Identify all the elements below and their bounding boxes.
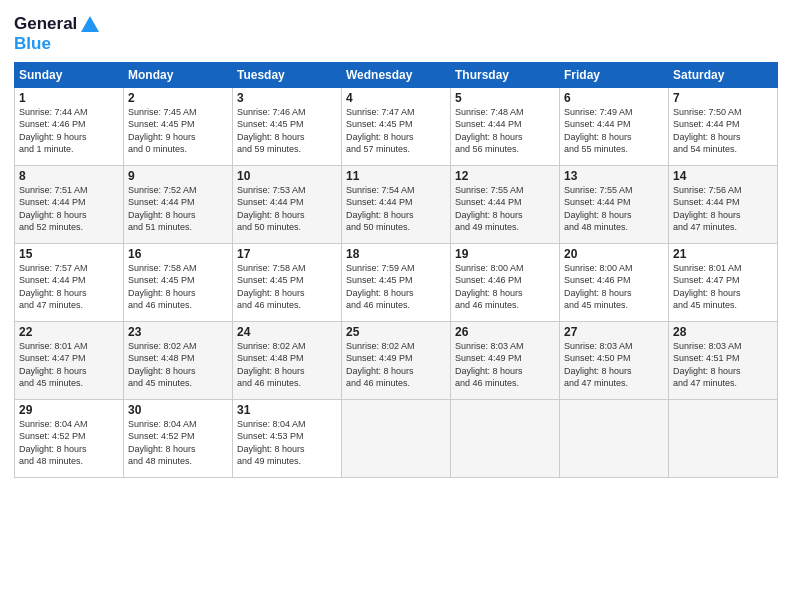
day-info: Sunrise: 7:51 AM Sunset: 4:44 PM Dayligh… xyxy=(19,184,119,234)
day-info: Sunrise: 7:50 AM Sunset: 4:44 PM Dayligh… xyxy=(673,106,773,156)
day-number: 3 xyxy=(237,91,337,105)
weekday-header-sunday: Sunday xyxy=(15,62,124,87)
calendar-cell xyxy=(342,399,451,477)
day-info: Sunrise: 7:56 AM Sunset: 4:44 PM Dayligh… xyxy=(673,184,773,234)
calendar-cell: 28Sunrise: 8:03 AM Sunset: 4:51 PM Dayli… xyxy=(669,321,778,399)
day-number: 7 xyxy=(673,91,773,105)
calendar-cell: 12Sunrise: 7:55 AM Sunset: 4:44 PM Dayli… xyxy=(451,165,560,243)
day-number: 16 xyxy=(128,247,228,261)
day-number: 29 xyxy=(19,403,119,417)
calendar-cell: 15Sunrise: 7:57 AM Sunset: 4:44 PM Dayli… xyxy=(15,243,124,321)
day-info: Sunrise: 8:03 AM Sunset: 4:51 PM Dayligh… xyxy=(673,340,773,390)
day-number: 15 xyxy=(19,247,119,261)
day-info: Sunrise: 7:55 AM Sunset: 4:44 PM Dayligh… xyxy=(455,184,555,234)
day-number: 31 xyxy=(237,403,337,417)
day-number: 24 xyxy=(237,325,337,339)
day-info: Sunrise: 7:57 AM Sunset: 4:44 PM Dayligh… xyxy=(19,262,119,312)
day-info: Sunrise: 7:44 AM Sunset: 4:46 PM Dayligh… xyxy=(19,106,119,156)
logo-subtext: Blue xyxy=(14,34,101,54)
day-number: 6 xyxy=(564,91,664,105)
day-info: Sunrise: 8:00 AM Sunset: 4:46 PM Dayligh… xyxy=(455,262,555,312)
calendar-cell: 13Sunrise: 7:55 AM Sunset: 4:44 PM Dayli… xyxy=(560,165,669,243)
calendar-cell: 27Sunrise: 8:03 AM Sunset: 4:50 PM Dayli… xyxy=(560,321,669,399)
day-info: Sunrise: 8:01 AM Sunset: 4:47 PM Dayligh… xyxy=(19,340,119,390)
calendar-cell: 25Sunrise: 8:02 AM Sunset: 4:49 PM Dayli… xyxy=(342,321,451,399)
calendar-cell xyxy=(451,399,560,477)
weekday-header-thursday: Thursday xyxy=(451,62,560,87)
day-info: Sunrise: 7:48 AM Sunset: 4:44 PM Dayligh… xyxy=(455,106,555,156)
day-number: 17 xyxy=(237,247,337,261)
calendar-cell: 22Sunrise: 8:01 AM Sunset: 4:47 PM Dayli… xyxy=(15,321,124,399)
day-info: Sunrise: 7:52 AM Sunset: 4:44 PM Dayligh… xyxy=(128,184,228,234)
calendar-cell: 1Sunrise: 7:44 AM Sunset: 4:46 PM Daylig… xyxy=(15,87,124,165)
day-info: Sunrise: 7:45 AM Sunset: 4:45 PM Dayligh… xyxy=(128,106,228,156)
day-info: Sunrise: 8:02 AM Sunset: 4:48 PM Dayligh… xyxy=(128,340,228,390)
calendar-cell: 30Sunrise: 8:04 AM Sunset: 4:52 PM Dayli… xyxy=(124,399,233,477)
day-info: Sunrise: 8:03 AM Sunset: 4:49 PM Dayligh… xyxy=(455,340,555,390)
calendar-cell: 26Sunrise: 8:03 AM Sunset: 4:49 PM Dayli… xyxy=(451,321,560,399)
calendar-cell: 19Sunrise: 8:00 AM Sunset: 4:46 PM Dayli… xyxy=(451,243,560,321)
day-number: 18 xyxy=(346,247,446,261)
day-number: 10 xyxy=(237,169,337,183)
weekday-header-saturday: Saturday xyxy=(669,62,778,87)
weekday-header-monday: Monday xyxy=(124,62,233,87)
day-info: Sunrise: 7:59 AM Sunset: 4:45 PM Dayligh… xyxy=(346,262,446,312)
weekday-header-tuesday: Tuesday xyxy=(233,62,342,87)
calendar-week-1: 1Sunrise: 7:44 AM Sunset: 4:46 PM Daylig… xyxy=(15,87,778,165)
logo-text: General xyxy=(14,14,101,36)
day-number: 25 xyxy=(346,325,446,339)
page-header: General Blue xyxy=(14,10,778,54)
day-info: Sunrise: 7:55 AM Sunset: 4:44 PM Dayligh… xyxy=(564,184,664,234)
day-info: Sunrise: 8:03 AM Sunset: 4:50 PM Dayligh… xyxy=(564,340,664,390)
day-number: 14 xyxy=(673,169,773,183)
svg-marker-0 xyxy=(81,16,99,32)
day-number: 1 xyxy=(19,91,119,105)
day-number: 2 xyxy=(128,91,228,105)
day-number: 27 xyxy=(564,325,664,339)
day-number: 21 xyxy=(673,247,773,261)
calendar-cell: 17Sunrise: 7:58 AM Sunset: 4:45 PM Dayli… xyxy=(233,243,342,321)
calendar-cell xyxy=(669,399,778,477)
calendar-cell: 9Sunrise: 7:52 AM Sunset: 4:44 PM Daylig… xyxy=(124,165,233,243)
calendar-cell: 11Sunrise: 7:54 AM Sunset: 4:44 PM Dayli… xyxy=(342,165,451,243)
day-info: Sunrise: 7:54 AM Sunset: 4:44 PM Dayligh… xyxy=(346,184,446,234)
day-info: Sunrise: 8:00 AM Sunset: 4:46 PM Dayligh… xyxy=(564,262,664,312)
calendar-table: SundayMondayTuesdayWednesdayThursdayFrid… xyxy=(14,62,778,478)
calendar-cell: 6Sunrise: 7:49 AM Sunset: 4:44 PM Daylig… xyxy=(560,87,669,165)
calendar-cell xyxy=(560,399,669,477)
calendar-cell: 5Sunrise: 7:48 AM Sunset: 4:44 PM Daylig… xyxy=(451,87,560,165)
day-info: Sunrise: 7:46 AM Sunset: 4:45 PM Dayligh… xyxy=(237,106,337,156)
calendar-cell: 18Sunrise: 7:59 AM Sunset: 4:45 PM Dayli… xyxy=(342,243,451,321)
calendar-week-5: 29Sunrise: 8:04 AM Sunset: 4:52 PM Dayli… xyxy=(15,399,778,477)
calendar-cell: 23Sunrise: 8:02 AM Sunset: 4:48 PM Dayli… xyxy=(124,321,233,399)
day-info: Sunrise: 8:04 AM Sunset: 4:52 PM Dayligh… xyxy=(128,418,228,468)
weekday-header-wednesday: Wednesday xyxy=(342,62,451,87)
calendar-week-2: 8Sunrise: 7:51 AM Sunset: 4:44 PM Daylig… xyxy=(15,165,778,243)
logo: General Blue xyxy=(14,14,101,54)
day-info: Sunrise: 7:53 AM Sunset: 4:44 PM Dayligh… xyxy=(237,184,337,234)
day-info: Sunrise: 8:02 AM Sunset: 4:49 PM Dayligh… xyxy=(346,340,446,390)
day-number: 20 xyxy=(564,247,664,261)
day-info: Sunrise: 8:02 AM Sunset: 4:48 PM Dayligh… xyxy=(237,340,337,390)
day-number: 12 xyxy=(455,169,555,183)
weekday-header-friday: Friday xyxy=(560,62,669,87)
day-number: 26 xyxy=(455,325,555,339)
calendar-week-4: 22Sunrise: 8:01 AM Sunset: 4:47 PM Dayli… xyxy=(15,321,778,399)
day-number: 4 xyxy=(346,91,446,105)
day-number: 5 xyxy=(455,91,555,105)
weekday-header-row: SundayMondayTuesdayWednesdayThursdayFrid… xyxy=(15,62,778,87)
day-info: Sunrise: 7:58 AM Sunset: 4:45 PM Dayligh… xyxy=(128,262,228,312)
calendar-cell: 31Sunrise: 8:04 AM Sunset: 4:53 PM Dayli… xyxy=(233,399,342,477)
calendar-cell: 3Sunrise: 7:46 AM Sunset: 4:45 PM Daylig… xyxy=(233,87,342,165)
calendar-cell: 8Sunrise: 7:51 AM Sunset: 4:44 PM Daylig… xyxy=(15,165,124,243)
day-info: Sunrise: 7:47 AM Sunset: 4:45 PM Dayligh… xyxy=(346,106,446,156)
day-info: Sunrise: 8:01 AM Sunset: 4:47 PM Dayligh… xyxy=(673,262,773,312)
day-number: 19 xyxy=(455,247,555,261)
calendar-cell: 2Sunrise: 7:45 AM Sunset: 4:45 PM Daylig… xyxy=(124,87,233,165)
calendar-cell: 7Sunrise: 7:50 AM Sunset: 4:44 PM Daylig… xyxy=(669,87,778,165)
day-info: Sunrise: 7:49 AM Sunset: 4:44 PM Dayligh… xyxy=(564,106,664,156)
calendar-week-3: 15Sunrise: 7:57 AM Sunset: 4:44 PM Dayli… xyxy=(15,243,778,321)
day-info: Sunrise: 7:58 AM Sunset: 4:45 PM Dayligh… xyxy=(237,262,337,312)
day-number: 23 xyxy=(128,325,228,339)
page-container: General Blue SundayMondayTuesdayWednesda… xyxy=(0,0,792,488)
